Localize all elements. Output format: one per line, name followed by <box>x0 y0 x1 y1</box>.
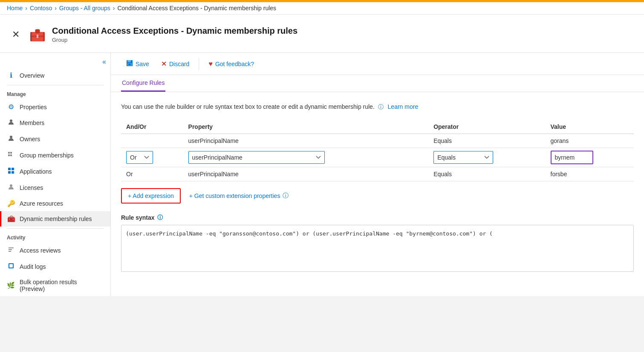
page-title: Conditional Access Exceptions - Dynamic … <box>52 26 297 36</box>
info-icon: ℹ <box>7 71 15 79</box>
row3-value: forsbe <box>546 167 634 181</box>
get-custom-label: + Get custom extension properties <box>189 192 280 199</box>
rule-syntax-label: Rule syntax ⓘ <box>121 214 634 221</box>
dynamic-rules-icon: 🧰 <box>7 215 15 223</box>
svg-rect-12 <box>12 168 14 170</box>
and-or-dropdown[interactable]: Or And <box>126 151 153 164</box>
feedback-label: Got feedback? <box>215 61 254 67</box>
rule-syntax-info-icon: ⓘ <box>157 214 163 221</box>
sidebar-divider-1 <box>7 85 104 85</box>
applications-icon <box>7 167 15 176</box>
main-content: Save ✕ Discard ♥ Got feedback? Configure… <box>111 53 644 296</box>
page-icon <box>29 26 46 43</box>
svg-rect-20 <box>9 264 13 268</box>
svg-point-5 <box>10 119 12 122</box>
svg-rect-2 <box>35 29 40 33</box>
breadcrumb-current: Conditional Access Exceptions - Dynamic … <box>117 5 276 12</box>
col-header-operator: Operator <box>428 120 545 134</box>
sidebar-item-access-reviews[interactable]: Access reviews <box>0 242 110 259</box>
svg-rect-11 <box>8 168 11 170</box>
col-header-property: Property <box>183 120 429 134</box>
table-row: Or userPrincipalName Equals forsbe <box>121 167 634 181</box>
save-label: Save <box>136 61 149 67</box>
add-expression-button[interactable]: + Add expression <box>121 188 181 204</box>
add-expression-label: + Add expression <box>128 192 174 199</box>
sidebar-label-azure-resources: Azure resources <box>20 200 63 207</box>
svg-rect-14 <box>12 171 14 174</box>
sidebar-label-dynamic-rules: Dynamic membership rules <box>20 215 92 222</box>
sidebar: « ℹ Overview Manage ⚙ Properties Members… <box>0 53 111 296</box>
close-button[interactable]: ✕ <box>9 27 23 42</box>
get-custom-extension-button[interactable]: + Get custom extension properties ⓘ <box>189 192 289 200</box>
property-dropdown[interactable]: userPrincipalName <box>188 151 325 164</box>
sidebar-label-licenses: Licenses <box>20 184 43 191</box>
sidebar-label-properties: Properties <box>20 104 47 111</box>
sidebar-label-members: Members <box>20 119 44 126</box>
sidebar-item-audit-logs[interactable]: Audit logs <box>0 259 110 275</box>
row3-operator: Equals <box>428 167 545 181</box>
sidebar-item-dynamic-membership-rules[interactable]: 🧰 Dynamic membership rules <box>0 211 110 227</box>
sidebar-item-owners[interactable]: Owners <box>0 131 110 147</box>
row1-and-or <box>121 134 183 148</box>
discard-button[interactable]: ✕ Discard <box>156 57 194 70</box>
sidebar-collapse-button[interactable]: « <box>0 56 110 67</box>
operator-dropdown[interactable]: Equals Not Equals Contains <box>433 151 493 164</box>
sidebar-section-activity: Activity <box>0 230 110 242</box>
sidebar-label-group-memberships: Group memberships <box>20 152 74 159</box>
sidebar-label-bulk-operations: Bulk operation results (Preview) <box>20 279 104 292</box>
licenses-icon <box>7 183 15 192</box>
row1-value: gorans <box>546 134 634 148</box>
breadcrumb-contoso[interactable]: Contoso <box>30 5 52 12</box>
breadcrumb: Home › Contoso › Groups - All groups › C… <box>0 2 644 15</box>
svg-rect-9 <box>8 154 10 156</box>
save-icon <box>126 60 133 68</box>
learn-more-link[interactable]: Learn more <box>388 103 419 110</box>
add-expression-area: + Add expression + Get custom extension … <box>121 188 634 204</box>
info-text: You can use the rule builder or rule syn… <box>121 102 634 111</box>
rules-table: And/Or Property Operator Value userPrinc… <box>121 120 634 181</box>
sidebar-item-overview[interactable]: ℹ Overview <box>0 67 110 83</box>
sidebar-item-azure-resources[interactable]: 🔑 Azure resources <box>0 196 110 211</box>
page-header: ✕ Conditional Access Exceptions - Dynami… <box>0 15 644 53</box>
breadcrumb-home[interactable]: Home <box>7 5 23 12</box>
sidebar-item-members[interactable]: Members <box>0 115 110 131</box>
svg-rect-24 <box>128 64 131 65</box>
breadcrumb-sep2: › <box>55 5 57 12</box>
svg-rect-7 <box>8 152 10 154</box>
sidebar-item-group-memberships[interactable]: Group memberships <box>0 147 110 163</box>
sidebar-item-properties[interactable]: ⚙ Properties <box>0 99 110 115</box>
sidebar-item-applications[interactable]: Applications <box>0 163 110 180</box>
page-title-block: Conditional Access Exceptions - Dynamic … <box>52 26 297 43</box>
sidebar-section-manage: Manage <box>0 87 110 99</box>
svg-point-15 <box>10 184 12 187</box>
rule-syntax-section: Rule syntax ⓘ <box>121 214 634 273</box>
group-memberships-icon <box>7 151 15 160</box>
row2-and-or-cell: Or And <box>121 148 183 167</box>
sidebar-label-access-reviews: Access reviews <box>20 247 61 254</box>
info-icon-circle: ⓘ <box>378 104 384 110</box>
table-row: userPrincipalName Equals gorans <box>121 134 634 148</box>
get-custom-info-icon: ⓘ <box>283 192 289 200</box>
row2-operator-cell: Equals Not Equals Contains <box>428 148 545 167</box>
save-button[interactable]: Save <box>121 57 154 70</box>
tab-configure-rules[interactable]: Configure Rules <box>121 75 165 92</box>
row3-property: userPrincipalName <box>183 167 429 181</box>
sidebar-label-audit-logs: Audit logs <box>20 263 46 270</box>
toolbar: Save ✕ Discard ♥ Got feedback? <box>111 53 644 75</box>
value-input[interactable] <box>551 151 593 164</box>
breadcrumb-sep3: › <box>113 5 115 12</box>
feedback-button[interactable]: ♥ Got feedback? <box>203 58 259 70</box>
tab-configure-rules-label: Configure Rules <box>122 79 165 86</box>
svg-rect-13 <box>8 171 11 174</box>
azure-resources-icon: 🔑 <box>7 200 15 207</box>
col-header-value: Value <box>546 120 634 134</box>
svg-rect-10 <box>10 154 12 156</box>
sidebar-item-bulk-operations[interactable]: 🌿 Bulk operation results (Preview) <box>0 275 110 296</box>
owners-icon <box>7 135 15 143</box>
svg-rect-4 <box>37 35 38 38</box>
page-subtitle: Group <box>52 37 297 43</box>
sidebar-item-licenses[interactable]: Licenses <box>0 180 110 196</box>
breadcrumb-groups[interactable]: Groups - All groups <box>59 5 110 12</box>
rule-syntax-textarea[interactable] <box>121 225 634 272</box>
row1-operator: Equals <box>428 134 545 148</box>
